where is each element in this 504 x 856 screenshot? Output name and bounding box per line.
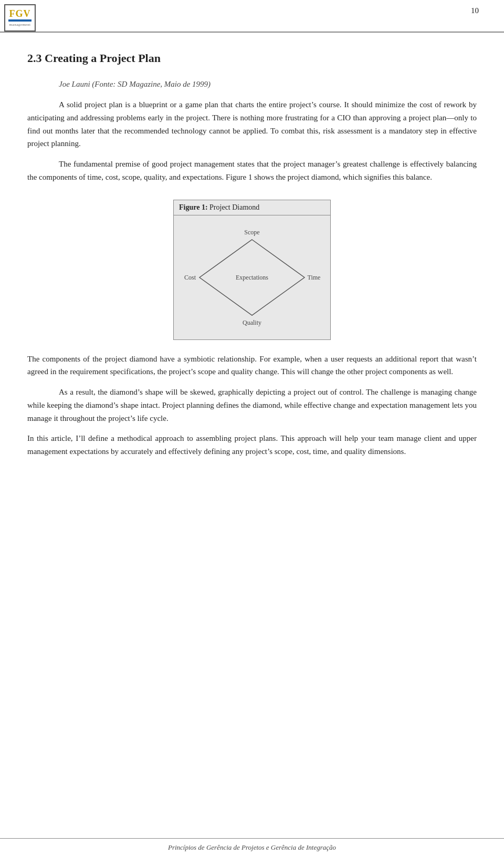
paragraph-4: As a result, the diamond’s shape will be… (27, 386, 477, 425)
section-heading: 2.3 Creating a Project Plan (27, 51, 477, 65)
diamond-diagram: Scope Cost Expectations Time Quality (184, 225, 320, 330)
label-scope: Scope (244, 229, 259, 236)
label-expectations: Expectations (236, 274, 268, 281)
logo-bar (8, 19, 32, 22)
logo-text: FGV (9, 9, 31, 18)
subtitle: Joe Launi (Fonte: SD Magazine, Maio de 1… (59, 80, 477, 89)
footer-text: Princípios de Gerência de Projetos e Ger… (168, 843, 336, 851)
page-footer: Princípios de Gerência de Projetos e Ger… (0, 838, 504, 856)
figure-1-container: Figure 1: Project Diamond Scope Cost Exp… (27, 200, 477, 340)
logo: FGV management (4, 4, 36, 32)
label-cost: Cost (184, 274, 196, 281)
figure-diagram: Scope Cost Expectations Time Quality (174, 215, 330, 339)
label-time: Time (308, 274, 320, 281)
page-number: 10 (471, 4, 479, 15)
label-quality: Quality (243, 319, 261, 326)
figure-subtitle: Project Diamond (209, 203, 259, 211)
logo-bottom-text: management (9, 23, 31, 27)
figure-title: Figure 1: (179, 203, 208, 211)
paragraph-3: The components of the project diamond ha… (27, 353, 477, 379)
paragraph-5: In this article, I’ll define a methodica… (27, 432, 477, 458)
paragraph-1: A solid project plan is a blueprint or a… (27, 98, 477, 150)
page-header: FGV management 10 (0, 0, 504, 33)
paragraph-2: The fundamental premise of good project … (27, 158, 477, 184)
figure-title-bar: Figure 1: Project Diamond (174, 200, 330, 215)
figure-box: Figure 1: Project Diamond Scope Cost Exp… (173, 200, 331, 340)
main-content: 2.3 Creating a Project Plan Joe Launi (F… (0, 33, 504, 508)
